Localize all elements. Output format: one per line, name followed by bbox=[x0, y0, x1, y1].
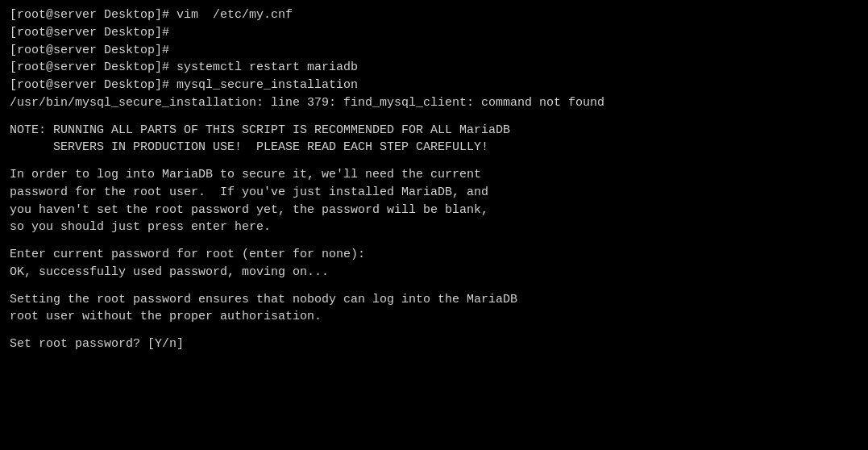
terminal-line: root user without the proper authorisati… bbox=[10, 308, 858, 326]
terminal-line bbox=[10, 326, 858, 335]
terminal-line: password for the root user. If you've ju… bbox=[10, 184, 858, 202]
terminal-line: SERVERS IN PRODUCTION USE! PLEASE READ E… bbox=[10, 139, 858, 156]
terminal-output: [root@server Desktop]# vim /etc/my.cnf[r… bbox=[10, 6, 858, 353]
terminal-line: Set root password? [Y/n] bbox=[10, 335, 858, 353]
terminal-line: [root@server Desktop]# vim /etc/my.cnf bbox=[10, 6, 858, 24]
terminal-line: Enter current password for root (enter f… bbox=[10, 246, 858, 264]
terminal-line bbox=[10, 236, 858, 246]
terminal-line bbox=[10, 156, 858, 166]
terminal-line: Setting the root password ensures that n… bbox=[10, 291, 858, 309]
terminal-line bbox=[10, 112, 858, 122]
terminal-line: [root@server Desktop]# bbox=[10, 42, 858, 60]
terminal-line bbox=[10, 281, 858, 291]
terminal-line: you haven't set the root password yet, t… bbox=[10, 202, 858, 219]
terminal-line: [root@server Desktop]# systemctl restart… bbox=[10, 59, 858, 77]
terminal-line: /usr/bin/mysql_secure_installation: line… bbox=[10, 94, 858, 112]
terminal-line: [root@server Desktop]# bbox=[10, 24, 858, 42]
terminal-line: In order to log into MariaDB to secure i… bbox=[10, 166, 858, 184]
terminal-line: so you should just press enter here. bbox=[10, 219, 858, 236]
terminal-line: [root@server Desktop]# mysql_secure_inst… bbox=[10, 77, 858, 94]
terminal-line: NOTE: RUNNING ALL PARTS OF THIS SCRIPT I… bbox=[10, 122, 858, 140]
terminal-line: OK, successfully used password, moving o… bbox=[10, 264, 858, 281]
